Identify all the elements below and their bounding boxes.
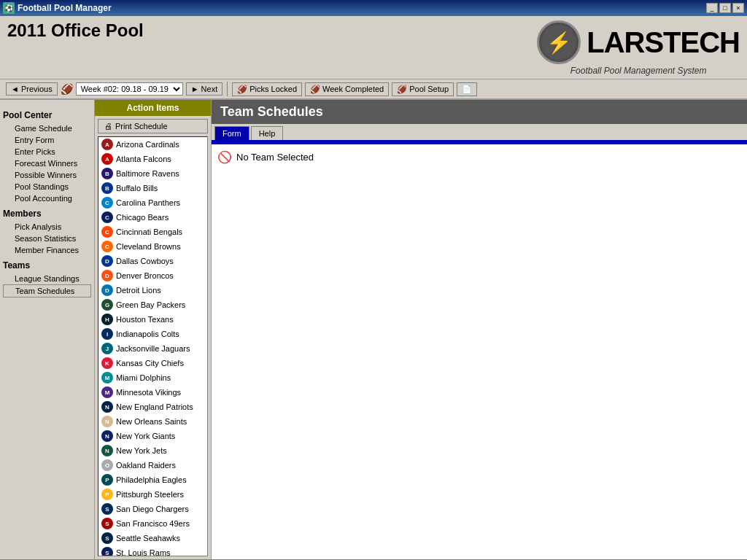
lock-icon: 🏈	[237, 85, 247, 94]
team-list-item[interactable]: MMinnesota Vikings	[98, 385, 207, 400]
team-list-item[interactable]: CCincinnati Bengals	[98, 225, 207, 239]
week-selector[interactable]: Week #02: 09.18 - 09.19	[76, 82, 183, 96]
team-icon: D	[101, 284, 113, 296]
title-bar: ⚽ Football Pool Manager _ □ ×	[0, 0, 747, 16]
team-list-item[interactable]: HHouston Texans	[98, 312, 207, 327]
tab-form[interactable]: Form	[214, 126, 249, 140]
team-name: Indianapolis Colts	[116, 330, 179, 338]
team-name: Seattle Seahawks	[116, 534, 180, 542]
team-icon: H	[101, 314, 113, 325]
team-list-item[interactable]: DDetroit Lions	[98, 283, 207, 298]
team-list-item[interactable]: CCarolina Panthers	[98, 195, 207, 210]
sidebar-item-season-statistics[interactable]: Season Statistics	[3, 233, 91, 244]
team-icon: C	[101, 197, 113, 209]
team-icon: N	[101, 416, 113, 427]
team-icon: D	[101, 255, 113, 267]
team-name: Minnesota Vikings	[116, 388, 181, 397]
sidebar-item-enter-picks[interactable]: Enter Picks	[3, 146, 91, 158]
main-panel: Team Schedules Form Help 🚫 No Team Selec…	[212, 100, 747, 559]
app-icon: ⚽	[3, 2, 15, 14]
team-icon: M	[101, 372, 113, 384]
team-name: Oakland Raiders	[116, 461, 176, 470]
maximize-button[interactable]: □	[719, 3, 731, 13]
team-icon: C	[101, 241, 113, 252]
team-list-item[interactable]: DDenver Broncos	[98, 268, 207, 283]
team-list-item[interactable]: DDallas Cowboys	[98, 254, 207, 268]
team-list-item[interactable]: SSeattle Seahawks	[98, 531, 207, 545]
team-list-item[interactable]: BBaltimore Ravens	[98, 166, 207, 181]
team-icon: N	[101, 401, 113, 413]
team-list-item[interactable]: SSan Diego Chargers	[98, 502, 207, 516]
previous-button[interactable]: ◄ Previous	[6, 82, 58, 96]
team-icon: N	[101, 445, 113, 456]
team-list-item[interactable]: NNew York Giants	[98, 429, 207, 443]
tab-help[interactable]: Help	[251, 126, 284, 140]
title-bar-controls[interactable]: _ □ ×	[706, 3, 744, 13]
sidebar-item-pool-accounting[interactable]: Pool Accounting	[3, 192, 91, 204]
app-title: 2011 Office Pool	[7, 20, 144, 41]
team-list-item[interactable]: JJacksonville Jaguars	[98, 341, 207, 356]
team-name: Denver Broncos	[116, 271, 174, 280]
no-entry-icon: 🚫	[217, 150, 232, 164]
team-name: New York Jets	[116, 446, 167, 455]
sidebar-item-league-standings[interactable]: League Standings	[3, 273, 91, 284]
team-name: New York Giants	[116, 432, 175, 440]
sidebar-item-forecast-winners[interactable]: Forecast Winners	[3, 158, 91, 169]
extra-button[interactable]: 📄	[457, 82, 477, 96]
team-icon: C	[101, 226, 113, 238]
lightning-icon: ⚡	[546, 31, 572, 55]
pool-center-section: Pool Center	[3, 110, 91, 120]
team-list-item[interactable]: SSt. Louis Rams	[98, 545, 207, 556]
title-bar-text: Football Pool Manager	[18, 3, 112, 13]
team-list-item[interactable]: GGreen Bay Packers	[98, 298, 207, 312]
teams-list[interactable]: AArizona CardinalsAAtlanta FalconsBBalti…	[98, 136, 208, 556]
logo-subtitle: Football Pool Management System	[570, 66, 707, 76]
team-list-item[interactable]: OOakland Raiders	[98, 458, 207, 472]
close-button[interactable]: ×	[732, 3, 744, 13]
team-icon: O	[101, 459, 113, 471]
main-panel-content: 🚫 No Team Selected	[212, 144, 747, 559]
team-list-item[interactable]: NNew England Patriots	[98, 400, 207, 414]
next-button[interactable]: ► Next	[186, 82, 223, 96]
logo-icon: ⚡	[537, 20, 581, 64]
sidebar-item-team-schedules[interactable]: Team Schedules	[3, 284, 91, 298]
team-list-item[interactable]: MMiami Dolphins	[98, 370, 207, 385]
team-list-item[interactable]: NNew Orleans Saints	[98, 414, 207, 429]
teams-panel: Action Items 🖨 Print Schedule AArizona C…	[95, 100, 212, 559]
sidebar-item-game-schedule[interactable]: Game Schedule	[3, 122, 91, 134]
team-icon: D	[101, 270, 113, 281]
team-list-item[interactable]: AArizona Cardinals	[98, 137, 207, 152]
sidebar-item-pool-standings[interactable]: Pool Standings	[3, 181, 91, 192]
team-name: Miami Dolphins	[116, 373, 171, 382]
team-list-item[interactable]: CCleveland Browns	[98, 239, 207, 254]
team-icon: S	[101, 532, 113, 544]
week-completed-button[interactable]: 🏈 Week Completed	[305, 82, 389, 96]
team-name: Baltimore Ravens	[116, 169, 179, 178]
pool-setup-button[interactable]: 🏈 Pool Setup	[392, 82, 454, 96]
team-icon: M	[101, 386, 113, 398]
check-icon: 🏈	[310, 85, 320, 94]
sidebar-item-entry-form[interactable]: Entry Form	[3, 134, 91, 146]
team-list-item[interactable]: PPhiladelphia Eagles	[98, 472, 207, 487]
team-icon: J	[101, 343, 113, 354]
team-list-item[interactable]: KKansas City Chiefs	[98, 356, 207, 370]
minimize-button[interactable]: _	[706, 3, 718, 13]
sidebar-item-member-finances[interactable]: Member Finances	[3, 244, 91, 256]
print-schedule-button[interactable]: 🖨 Print Schedule	[98, 119, 208, 133]
team-list-item[interactable]: PPittsburgh Steelers	[98, 487, 207, 502]
team-list-item[interactable]: BBuffalo Bills	[98, 181, 207, 195]
team-name: Cincinnati Bengals	[116, 228, 182, 236]
team-icon: S	[101, 503, 113, 515]
doc-icon: 📄	[462, 85, 472, 94]
sidebar-item-possible-winners[interactable]: Possible Winners	[3, 169, 91, 181]
picks-locked-button[interactable]: 🏈 Picks Locked	[232, 82, 302, 96]
team-list-item[interactable]: IIndianapolis Colts	[98, 327, 207, 341]
team-list-item[interactable]: CChicago Bears	[98, 210, 207, 225]
team-name: Detroit Lions	[116, 286, 161, 295]
team-list-item[interactable]: AAtlanta Falcons	[98, 152, 207, 166]
team-list-item[interactable]: SSan Francisco 49ers	[98, 516, 207, 531]
team-list-item[interactable]: NNew York Jets	[98, 443, 207, 458]
team-icon: G	[101, 299, 113, 311]
team-name: Philadelphia Eagles	[116, 475, 187, 484]
sidebar-item-pick-analysis[interactable]: Pick Analysis	[3, 221, 91, 233]
